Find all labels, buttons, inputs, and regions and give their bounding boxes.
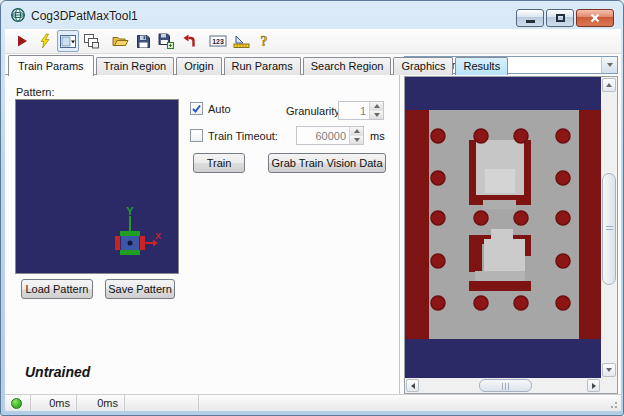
granularity-value: 1	[339, 102, 369, 119]
check-icon	[191, 103, 202, 114]
train-timeout-value: 60000	[297, 127, 349, 144]
scrollbar-corner	[601, 378, 617, 393]
title-bar[interactable]: Cog3DPatMaxTool1	[1, 1, 623, 29]
svg-text:123: 123	[212, 38, 224, 45]
empty-section	[199, 395, 621, 411]
run-status-section	[5, 395, 31, 411]
granularity-down-button[interactable]	[370, 111, 383, 119]
time-section-2: 0ms	[77, 395, 125, 411]
run-button[interactable]	[11, 30, 33, 52]
granularity-stepper[interactable]: 1	[338, 101, 384, 120]
tab-run-params[interactable]: Run Params	[224, 57, 301, 75]
save-file-button[interactable]	[132, 30, 154, 52]
pattern-label: Pattern:	[16, 86, 55, 98]
scroll-up-button[interactable]	[602, 78, 616, 92]
input-image	[405, 77, 601, 378]
toggle-display-button[interactable]	[57, 30, 79, 52]
open-folder-icon	[112, 33, 129, 49]
save-image-button[interactable]	[155, 30, 177, 52]
train-state-text: Untrained	[25, 364, 90, 380]
set-square-icon	[233, 33, 250, 49]
tab-origin[interactable]: Origin	[176, 57, 221, 75]
save-image-icon	[158, 33, 174, 49]
close-icon	[590, 13, 600, 23]
electric-run-button[interactable]	[34, 30, 56, 52]
train-timeout-label: Train Timeout:	[208, 130, 278, 142]
tab-graphics[interactable]: Graphics	[393, 57, 453, 75]
tool-window: Cog3DPatMaxTool1	[0, 0, 624, 416]
scroll-right-button[interactable]	[587, 379, 600, 392]
run-icon	[14, 33, 30, 49]
svg-text:?: ?	[261, 34, 268, 49]
close-button[interactable]	[576, 9, 614, 27]
display-icon	[60, 35, 76, 48]
help-button[interactable]: ?	[253, 30, 275, 52]
granularity-label: Granularity:	[286, 105, 343, 117]
vertical-scroll-thumb[interactable]	[602, 173, 616, 285]
thumb-grip-icon	[502, 383, 510, 390]
pattern-display: Y X	[15, 99, 179, 274]
auto-label: Auto	[208, 103, 231, 115]
numerics-123-icon: 123	[209, 33, 227, 49]
status-bar: 0ms 0ms	[5, 394, 621, 411]
minimize-icon	[526, 20, 535, 23]
train-button[interactable]: Train	[193, 153, 245, 173]
save-pattern-button[interactable]: Save Pattern	[105, 279, 175, 299]
save-icon	[136, 34, 151, 49]
reset-arrow-icon	[181, 33, 197, 49]
run-status-icon	[11, 398, 22, 409]
measure-button[interactable]	[230, 30, 252, 52]
time-section-1: 0ms	[31, 395, 77, 411]
maximize-button[interactable]	[546, 9, 574, 27]
lightning-icon	[37, 33, 53, 49]
tab-train-region[interactable]: Train Region	[96, 57, 175, 75]
train-timeout-checkbox[interactable]	[190, 129, 203, 142]
chevron-down-icon	[601, 57, 617, 73]
input-image-display[interactable]	[405, 77, 601, 378]
toolbar: 123 ?	[5, 29, 621, 54]
scroll-down-button[interactable]	[602, 363, 616, 377]
minimize-button[interactable]	[516, 9, 544, 27]
open-file-button[interactable]	[109, 30, 131, 52]
reset-button[interactable]	[178, 30, 200, 52]
timeout-down-button[interactable]	[350, 136, 363, 144]
show-numerics-button[interactable]: 123	[207, 30, 229, 52]
cognex-globe-icon	[10, 7, 26, 23]
timeout-up-button[interactable]	[350, 127, 363, 136]
svg-text:X: X	[155, 231, 161, 241]
auto-checkbox[interactable]	[190, 102, 203, 115]
tab-strip: Train Params Train Region Origin Run Par…	[8, 55, 510, 75]
vertical-scrollbar[interactable]	[601, 77, 617, 378]
train-timeout-stepper[interactable]: 60000	[296, 126, 364, 145]
train-params-page: Pattern: Y X Load Pattern Save Pattern A…	[5, 74, 400, 394]
scroll-left-button[interactable]	[406, 379, 419, 392]
load-pattern-button[interactable]: Load Pattern	[21, 279, 93, 299]
image-display-panel	[404, 76, 618, 394]
timeout-unit-label: ms	[370, 130, 385, 142]
tab-search-region[interactable]: Search Region	[303, 57, 392, 75]
help-icon: ?	[258, 33, 270, 49]
tab-train-params[interactable]: Train Params	[8, 55, 94, 76]
horizontal-scroll-thumb[interactable]	[479, 379, 532, 392]
origin-axis-icon: Y X	[108, 203, 162, 261]
thumb-grip-icon	[606, 226, 613, 232]
granularity-up-button[interactable]	[370, 102, 383, 111]
window-title: Cog3DPatMaxTool1	[31, 9, 138, 23]
grab-train-vision-data-button[interactable]: Grab Train Vision Data	[268, 153, 386, 173]
svg-text:Y: Y	[126, 205, 134, 217]
copy-icon	[83, 33, 99, 49]
resize-grip-icon[interactable]	[608, 399, 618, 409]
tab-results[interactable]: Results	[455, 57, 508, 75]
copy-results-button[interactable]	[80, 30, 102, 52]
empty-section	[125, 395, 199, 411]
maximize-icon	[556, 14, 565, 22]
horizontal-scrollbar[interactable]	[405, 378, 601, 393]
